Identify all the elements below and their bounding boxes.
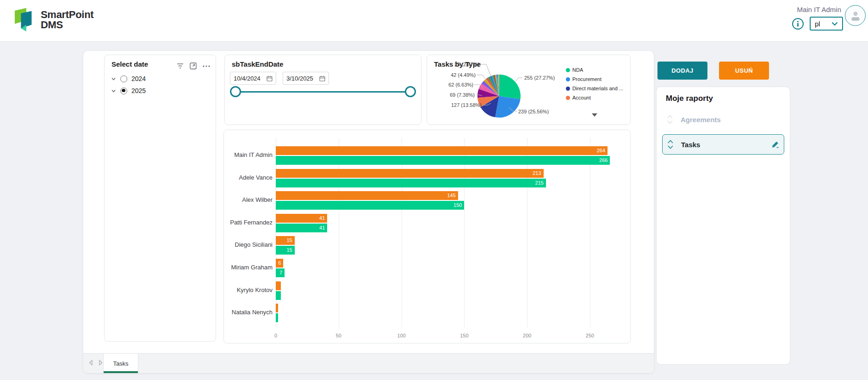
- report-item-tasks[interactable]: Tasks: [662, 134, 784, 155]
- bar-green[interactable]: [276, 291, 281, 300]
- pie-callout: 42 (4.49%): [435, 72, 476, 78]
- bar-orange[interactable]: 145: [276, 191, 458, 200]
- chevron-down-icon[interactable]: [111, 76, 116, 81]
- bar-green[interactable]: 215: [276, 179, 546, 187]
- bar-orange[interactable]: 213: [276, 169, 544, 178]
- reorder-chevrons-icon[interactable]: [667, 114, 673, 125]
- bar-value-label: 7: [279, 270, 282, 275]
- select-date-panel: Select date 20242025: [104, 55, 216, 342]
- report-item-agreements[interactable]: Agreements: [662, 109, 784, 130]
- bar-orange[interactable]: [276, 304, 278, 312]
- user-name: Main IT Admin: [797, 6, 841, 13]
- smartpoint-logo-icon: [14, 7, 35, 33]
- start-date-value: 10/4/2024: [234, 75, 260, 82]
- tab-tasks[interactable]: Tasks: [103, 354, 138, 373]
- legend-dot-icon: [566, 77, 570, 81]
- bar-green[interactable]: 15: [276, 246, 295, 255]
- bar-value-label: 266: [599, 157, 608, 163]
- info-icon[interactable]: [792, 18, 804, 30]
- x-axis-tick: 250: [586, 333, 594, 338]
- slider-handle-start[interactable]: [230, 86, 241, 97]
- bar-green[interactable]: 41: [276, 224, 327, 232]
- legend-item[interactable]: NDA: [566, 67, 623, 73]
- legend-scroll-down-icon[interactable]: [592, 113, 597, 117]
- calendar-icon[interactable]: [319, 75, 325, 81]
- radio-2025[interactable]: [120, 87, 127, 94]
- filter-icon[interactable]: [177, 63, 184, 69]
- bar-value-label: 6: [278, 260, 281, 266]
- delete-button[interactable]: USUŃ: [719, 62, 769, 80]
- chevron-down-icon: [831, 22, 838, 26]
- bar-orange[interactable]: 6: [276, 259, 283, 268]
- x-axis-tick: 200: [523, 333, 531, 338]
- focus-mode-icon[interactable]: [190, 62, 197, 69]
- bar-orange[interactable]: [276, 281, 281, 290]
- bar-value-label: 41: [319, 225, 325, 230]
- legend-label: Direct materials and ...: [572, 86, 623, 91]
- bar-green[interactable]: 266: [276, 156, 610, 165]
- bar-green[interactable]: 150: [276, 201, 464, 210]
- brand-line1: SmartPoint: [41, 10, 93, 20]
- bar-category-label: Adele Vance: [224, 174, 273, 181]
- select-date-title: Select date: [112, 60, 148, 68]
- pie-callout: 69 (7.38%): [434, 92, 475, 98]
- gridline: [590, 138, 590, 327]
- radio-2024[interactable]: [120, 75, 127, 82]
- pie-chart[interactable]: [477, 74, 521, 118]
- add-button[interactable]: DODAJ: [657, 62, 707, 80]
- date-range-slider-track[interactable]: [236, 91, 410, 93]
- tab-next-icon[interactable]: [99, 360, 103, 366]
- x-axis-tick: 100: [397, 333, 405, 338]
- date-inputs: 10/4/2024 3/10/2025: [230, 72, 329, 85]
- tab-prev-icon[interactable]: [88, 360, 93, 366]
- brand: SmartPoint DMS: [14, 7, 93, 33]
- date-tree-items: 20242025: [111, 73, 212, 97]
- bar-orange[interactable]: 41: [276, 214, 327, 223]
- legend-item[interactable]: Procurement: [566, 76, 623, 82]
- language-select[interactable]: pl: [810, 17, 843, 31]
- legend-dot-icon: [566, 96, 570, 100]
- reorder-chevrons-icon[interactable]: [667, 139, 674, 150]
- legend-item[interactable]: Account: [566, 95, 623, 100]
- legend-dot-icon: [566, 87, 570, 91]
- top-bar: SmartPoint DMS Main IT Admin pl: [0, 0, 868, 42]
- date-tree-item-2024[interactable]: 2024: [111, 73, 212, 85]
- slider-handle-end[interactable]: [405, 86, 416, 97]
- language-value: pl: [815, 20, 820, 28]
- gridline: [402, 138, 402, 327]
- date-tree-item-2025[interactable]: 2025: [111, 85, 212, 97]
- bar-green[interactable]: [276, 313, 278, 322]
- slicer-title: sbTaskEndDate: [232, 60, 283, 68]
- legend-label: Account: [572, 95, 591, 100]
- chevron-down-icon[interactable]: [111, 88, 116, 93]
- pie-slice[interactable]: [499, 75, 521, 99]
- bar-value-label: 145: [447, 193, 455, 198]
- bar-value-label: 41: [319, 215, 325, 221]
- end-date-value: 3/10/2025: [286, 75, 313, 82]
- end-date-input[interactable]: 3/10/2025: [283, 72, 329, 85]
- bar-orange[interactable]: 15: [276, 236, 295, 245]
- report-canvas: Select date 20242025 sbTask: [83, 51, 654, 373]
- more-options-icon[interactable]: [203, 65, 210, 67]
- user-avatar[interactable]: [845, 5, 866, 26]
- start-date-input[interactable]: 10/4/2024: [230, 72, 276, 85]
- brand-line2: DMS: [41, 20, 93, 30]
- report-item-label: Agreements: [681, 116, 721, 124]
- app-screen: SmartPoint DMS Main IT Admin pl: [0, 0, 868, 380]
- my-reports-panel: Moje raporty AgreementsTasks: [656, 87, 790, 365]
- pie-callout: 255 (27.27%): [524, 75, 568, 81]
- x-axis-tick: 50: [336, 333, 341, 338]
- calendar-icon[interactable]: [267, 75, 273, 81]
- bar-value-label: 213: [533, 170, 541, 176]
- edit-pencil-icon[interactable]: [771, 141, 779, 149]
- tree-item-label: 2025: [131, 87, 146, 94]
- page-tab-strip: Tasks: [83, 353, 654, 373]
- legend-item[interactable]: Direct materials and ...: [566, 86, 623, 91]
- bar-category-label: Diego Siciliani: [224, 241, 273, 248]
- tasks-bar-chart-panel: 050100150200250Main IT Admin264266Adele …: [223, 130, 631, 343]
- bar-category-label: Natalia Nenych: [224, 309, 273, 316]
- x-axis-tick: 150: [460, 333, 468, 338]
- bar-green[interactable]: 7: [276, 268, 285, 277]
- pie-slice[interactable]: [495, 96, 520, 118]
- bar-orange[interactable]: 264: [276, 146, 608, 155]
